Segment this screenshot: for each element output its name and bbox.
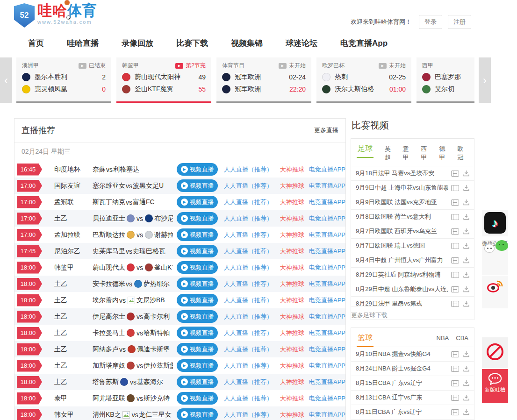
video-item-label[interactable]: 8月29日英社盾 阿森纳vs利物浦 — [356, 271, 440, 279]
more-football-downloads-link[interactable]: 更多足球下载 — [351, 306, 388, 324]
video-live-button[interactable]: ▶视频直播 — [177, 376, 218, 388]
video-item-label[interactable]: 9月8日欧国联 荷兰vs意大利 — [356, 213, 431, 221]
film-icon[interactable] — [451, 286, 459, 292]
film-icon[interactable] — [451, 199, 459, 206]
video-item-label[interactable]: 9月18日法甲 马赛vs圣埃蒂安 — [356, 169, 434, 178]
download-icon[interactable] — [463, 185, 469, 191]
feedback-link[interactable]: 新版吐槽 — [482, 369, 508, 403]
download-icon[interactable] — [463, 286, 469, 292]
esports-app-link[interactable]: 电竞直播APP — [309, 362, 345, 370]
dashen-tuiqiu-link[interactable]: 大神推球 — [280, 394, 306, 403]
more-live-link[interactable]: 更多直播 — [314, 126, 338, 135]
football-tab-4[interactable]: 欧冠 — [457, 145, 468, 162]
video-item-label[interactable]: 9月9日中超 上海申花vs山东鲁能泰山 — [356, 184, 448, 192]
film-icon[interactable] — [451, 366, 459, 372]
video-item-label[interactable]: 9月4日中超 广州恒大vs广州富力 — [356, 256, 443, 264]
video-live-button[interactable]: ▶视频直播 — [177, 261, 218, 274]
match-card[interactable]: 体育节目▶未开始冠军欧洲02-24冠军欧洲22:20 — [216, 57, 311, 103]
nav-item-4[interactable]: 视频集锦 — [231, 38, 263, 49]
nav-item-0[interactable]: 首页 — [28, 38, 44, 49]
esports-app-link[interactable]: 电竞直播APP — [309, 411, 345, 419]
video-live-button[interactable]: ▶视频直播 — [177, 408, 218, 420]
dashen-tuiqiu-link[interactable]: 大神推球 — [280, 345, 306, 354]
video-item-label[interactable]: 8月29日中超 山东鲁能泰山vs大连人 — [356, 285, 448, 293]
video-live-button[interactable]: ▶视频直播 — [177, 278, 218, 290]
dashen-tuiqiu-link[interactable]: 大神推球 — [280, 378, 306, 386]
film-icon[interactable] — [451, 228, 459, 235]
weibo-link[interactable] — [482, 276, 508, 308]
video-live-button[interactable]: ▶视频直播 — [177, 327, 218, 339]
video-live-button[interactable]: ▶视频直播 — [177, 343, 218, 356]
dashen-tuiqiu-link[interactable]: 大神推球 — [280, 280, 306, 288]
film-icon[interactable] — [451, 257, 459, 263]
esports-app-link[interactable]: 电竞直播APP — [309, 394, 345, 403]
renren-live-link[interactable]: 人人直播（推荐） — [224, 378, 278, 386]
video-item-label[interactable]: 8月11日CBA 广东vs辽宁 — [356, 408, 422, 416]
video-item-label[interactable]: 9月7日欧国联 瑞士vs德国 — [356, 242, 425, 250]
nav-item-1[interactable]: 哇哈直播 — [67, 38, 99, 49]
video-live-button[interactable]: ▶视频直播 — [177, 294, 218, 306]
esports-app-link[interactable]: 电竞直播APP — [309, 263, 345, 272]
renren-live-link[interactable]: 人人直播（推荐） — [224, 394, 278, 403]
esports-app-link[interactable]: 电竞直播APP — [309, 247, 345, 256]
video-live-button[interactable]: ▶视频直播 — [177, 179, 218, 192]
match-card[interactable]: 韩篮甲▶第2节完蔚山现代太阳神49釜山KTF魔翼55 — [116, 57, 211, 103]
renren-live-link[interactable]: 人人直播（推荐） — [224, 247, 278, 256]
nav-item-5[interactable]: 球迷论坛 — [286, 38, 317, 49]
site-logo[interactable]: 52 哇哈体育 www.52waha.com — [14, 3, 97, 28]
download-icon[interactable] — [463, 365, 469, 372]
video-item-label[interactable]: 8月15日CBA 广东vs辽宁 — [356, 379, 422, 387]
film-icon[interactable] — [451, 243, 459, 249]
renren-live-link[interactable]: 人人直播（推荐） — [224, 313, 278, 321]
film-icon[interactable] — [451, 185, 459, 191]
video-item-label[interactable]: 9月9日欧国联 法国vs克罗地亚 — [356, 198, 437, 206]
download-icon[interactable] — [463, 257, 469, 263]
renren-live-link[interactable]: 人人直播（推荐） — [224, 263, 278, 272]
esports-app-link[interactable]: 电竞直播APP — [309, 214, 345, 223]
football-tab-0[interactable]: 英超 — [385, 145, 396, 162]
register-button[interactable]: 注册 — [448, 15, 471, 29]
dashen-tuiqiu-link[interactable]: 大神推球 — [280, 165, 306, 174]
film-icon[interactable] — [451, 301, 459, 307]
esports-app-link[interactable]: 电竞直播APP — [309, 296, 345, 305]
download-icon[interactable] — [463, 199, 469, 206]
film-icon[interactable] — [451, 351, 459, 357]
esports-app-link[interactable]: 电竞直播APP — [309, 165, 345, 174]
video-live-button[interactable]: ▶视频直播 — [177, 392, 218, 405]
nav-item-2[interactable]: 录像回放 — [122, 38, 153, 49]
dashen-tuiqiu-link[interactable]: 大神推球 — [280, 411, 306, 419]
film-icon[interactable] — [451, 171, 459, 177]
renren-live-link[interactable]: 人人直播（推荐） — [224, 231, 278, 239]
football-tab-active[interactable]: 足球 — [357, 144, 373, 158]
film-icon[interactable] — [451, 214, 459, 220]
download-icon[interactable] — [463, 351, 469, 357]
basketball-tab-1[interactable]: CBA — [456, 335, 468, 342]
esports-app-link[interactable]: 电竞直播APP — [309, 329, 345, 337]
video-item-label[interactable]: 8月24日NBA 爵士vs掘金G4 — [356, 364, 431, 373]
video-live-button[interactable]: ▶视频直播 — [177, 163, 218, 176]
renren-live-link[interactable]: 人人直播（推荐） — [224, 411, 278, 419]
dashen-tuiqiu-link[interactable]: 大神推球 — [280, 231, 306, 239]
match-card[interactable]: 澳洲甲▶已结束墨尔本胜利2惠灵顿凤凰0 — [16, 57, 111, 103]
esports-app-link[interactable]: 电竞直播APP — [309, 345, 345, 354]
renren-live-link[interactable]: 人人直播（推荐） — [224, 280, 278, 288]
renren-live-link[interactable]: 人人直播（推荐） — [224, 182, 278, 190]
film-icon[interactable] — [451, 380, 459, 386]
renren-live-link[interactable]: 人人直播（推荐） — [224, 296, 278, 305]
dashen-tuiqiu-link[interactable]: 大神推球 — [280, 313, 306, 321]
esports-app-link[interactable]: 电竞直播APP — [309, 198, 345, 206]
dashen-tuiqiu-link[interactable]: 大神推球 — [280, 329, 306, 337]
esports-app-link[interactable]: 电竞直播APP — [309, 182, 345, 190]
download-icon[interactable] — [463, 300, 469, 307]
dashen-tuiqiu-link[interactable]: 大神推球 — [280, 182, 306, 190]
renren-live-link[interactable]: 人人直播（推荐） — [224, 329, 278, 337]
download-icon[interactable] — [463, 394, 469, 401]
wechat-link[interactable]: 微信公众号 — [482, 240, 508, 275]
dashen-tuiqiu-link[interactable]: 大神推球 — [280, 263, 306, 272]
video-live-button[interactable]: ▶视频直播 — [177, 196, 218, 208]
close-ads-button[interactable] — [482, 337, 508, 368]
video-item-label[interactable]: 9月7日欧国联 西班牙vs乌克兰 — [356, 227, 437, 235]
video-live-button[interactable]: ▶视频直播 — [177, 310, 218, 323]
download-icon[interactable] — [463, 271, 469, 278]
esports-app-link[interactable]: 电竞直播APP — [309, 313, 345, 321]
